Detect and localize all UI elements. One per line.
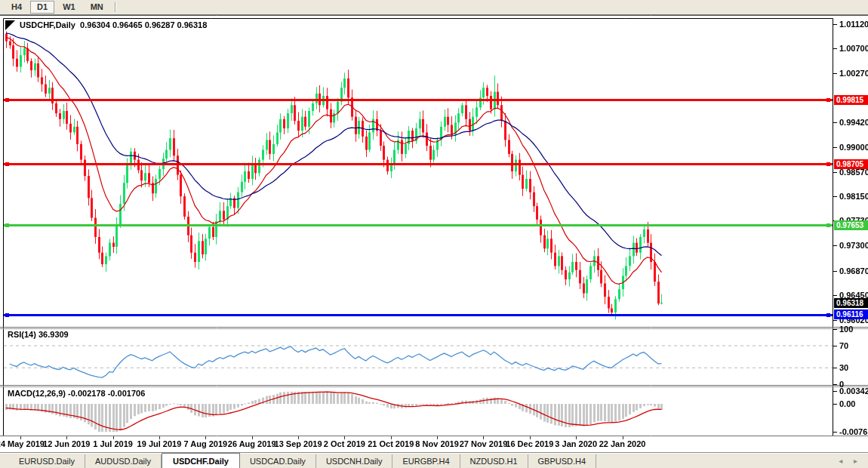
- chart-tab-gbpusd-h4[interactable]: GBPUSD.H4: [528, 454, 597, 468]
- timeframe-toolbar: H4D1W1MN: [0, 0, 868, 15]
- chart-tab-usdchf-daily[interactable]: USDCHF.Daily: [162, 453, 240, 468]
- chart-canvas[interactable]: [0, 0, 868, 468]
- chart-tab-audusd-daily[interactable]: AUDUSD.Daily: [85, 454, 162, 468]
- timeframe-button-mn[interactable]: MN: [84, 1, 110, 14]
- chart-tabs-bar: EURUSD.DailyAUDUSD.DailyUSDCHF.DailyUSDC…: [0, 452, 868, 468]
- tab-scroll-arrows[interactable]: ◂ ▸: [839, 457, 862, 465]
- chart-tab-usdcnh-daily[interactable]: USDCNH.Daily: [316, 454, 393, 468]
- chart-tab-eurusd-daily[interactable]: EURUSD.Daily: [9, 454, 85, 468]
- chart-tab-eurgbp-h4[interactable]: EURGBP.H4: [392, 454, 460, 468]
- toolbar-separator: [115, 2, 115, 12]
- timeframe-button-w1[interactable]: W1: [56, 1, 82, 14]
- chart-tab-usdcad-daily[interactable]: USDCAD.Daily: [240, 454, 316, 468]
- timeframe-button-d1[interactable]: D1: [30, 1, 54, 14]
- timeframe-button-h4[interactable]: H4: [5, 1, 29, 14]
- chart-tab-nzdusd-h1[interactable]: NZDUSD.H1: [460, 454, 528, 468]
